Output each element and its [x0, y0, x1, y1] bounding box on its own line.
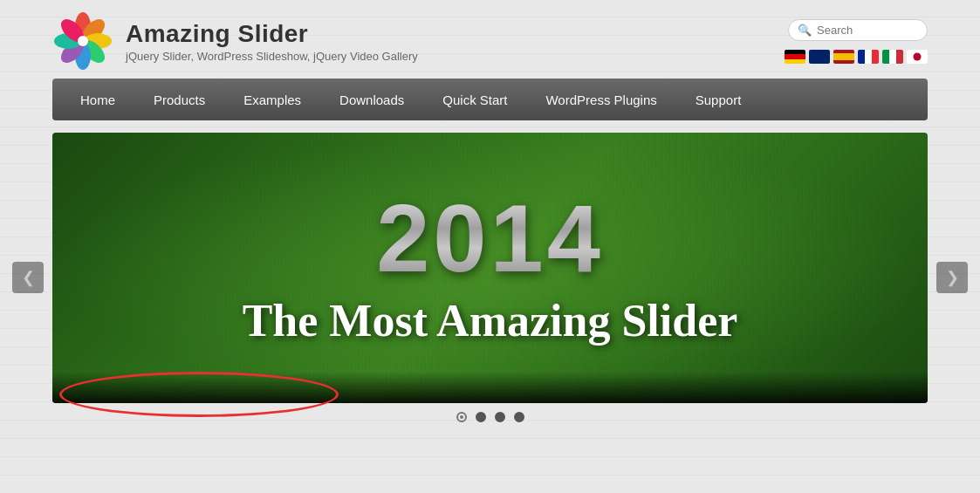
nav-item-downloads[interactable]: Downloads — [320, 79, 423, 120]
site-subtitle: jQuery Slider, WordPress Slideshow, jQue… — [126, 50, 418, 63]
flag-french[interactable] — [858, 50, 879, 64]
nav-item-quickstart[interactable]: Quick Start — [423, 79, 526, 120]
flag-japanese[interactable] — [907, 50, 928, 64]
slider-dot-2[interactable] — [476, 412, 486, 422]
nav-item-products[interactable]: Products — [134, 79, 224, 120]
nav-item-support[interactable]: Support — [676, 79, 761, 120]
slider-dot-3[interactable] — [495, 412, 505, 422]
svg-point-8 — [78, 36, 88, 46]
search-icon: 🔍 — [798, 24, 812, 37]
slider-dot-4[interactable] — [514, 412, 524, 422]
slider-year: 2014 — [376, 190, 604, 286]
slider-dots — [52, 412, 928, 422]
slider-dot-1[interactable] — [456, 412, 467, 422]
slider-bottom-bar — [52, 372, 928, 403]
slider: 2014 The Most Amazing Slider — [52, 133, 928, 403]
search-box[interactable]: 🔍 — [788, 19, 928, 41]
search-input[interactable] — [817, 24, 913, 37]
slider-tagline: The Most Amazing Slider — [243, 295, 738, 346]
logo-icon — [52, 10, 113, 72]
nav-item-home[interactable]: Home — [61, 79, 134, 120]
site-title: Amazing Slider — [126, 20, 418, 48]
flag-spanish[interactable] — [833, 50, 854, 64]
slider-wrapper: ❮ 2014 The Most Amazing Slider ❯ — [52, 133, 928, 422]
slider-prev-arrow[interactable]: ❮ — [12, 262, 44, 293]
flag-german[interactable] — [785, 50, 805, 64]
header: Amazing Slider jQuery Slider, WordPress … — [0, 0, 980, 79]
nav-item-examples[interactable]: Examples — [224, 79, 320, 120]
navbar: Home Products Examples Downloads Quick S… — [52, 79, 928, 120]
flag-english[interactable] — [809, 50, 830, 64]
nav-item-wordpress[interactable]: WordPress Plugins — [526, 79, 675, 120]
logo-area: Amazing Slider jQuery Slider, WordPress … — [52, 10, 418, 72]
slider-next-arrow[interactable]: ❯ — [936, 262, 968, 293]
logo-text: Amazing Slider jQuery Slider, WordPress … — [126, 20, 418, 63]
flag-italian[interactable] — [882, 50, 903, 64]
flags-row — [785, 50, 928, 64]
header-right: 🔍 — [785, 19, 928, 64]
